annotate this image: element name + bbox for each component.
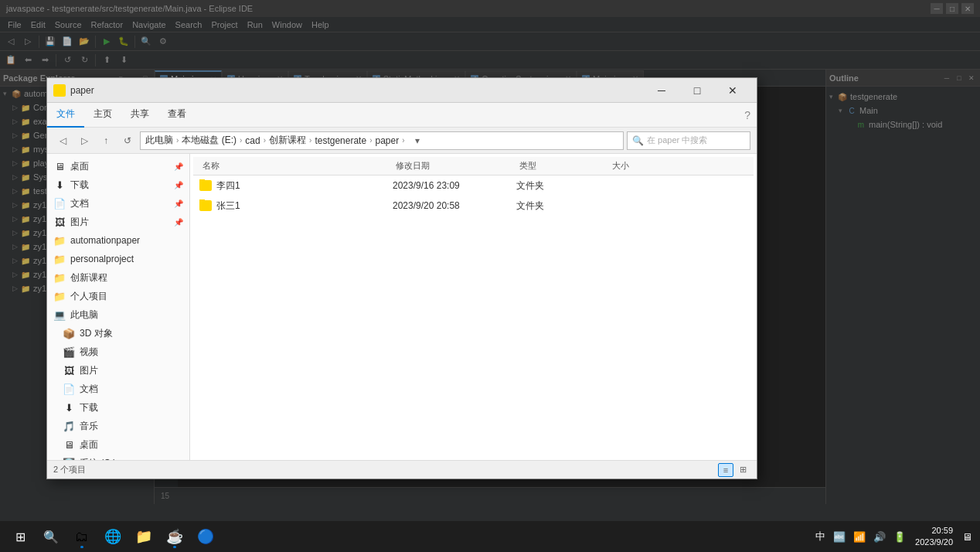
file-list-header: 名称 修改日期 类型 大小 <box>193 157 754 175</box>
file-dialog-overlay: paper ─ □ ✕ 文件 主页 共享 查看 ? ◁ ▷ <box>0 0 980 552</box>
nav-3d[interactable]: 📦 3D 对象 <box>47 324 189 342</box>
path-arrow-3: › <box>264 136 266 145</box>
taskbar-clock[interactable]: 20:59 2023/9/20 <box>912 523 956 550</box>
dialog-maximize-button[interactable]: □ <box>679 79 715 102</box>
dialog-title-bar: paper ─ □ ✕ <box>47 78 757 103</box>
pictures-icon: 🖼 <box>53 216 66 228</box>
nav-chuangxin[interactable]: 📁 创新课程 <box>47 268 189 287</box>
nav-download[interactable]: ⬇ 下载 📌 <box>47 175 189 194</box>
nav-dl2[interactable]: ⬇ 下载 <box>47 398 189 417</box>
3d-icon: 📦 <box>63 327 75 339</box>
view-large-button[interactable]: ⊞ <box>735 463 750 477</box>
file-name-lisi: 李四1 <box>199 179 393 193</box>
dialog-ribbon: 文件 主页 共享 查看 ? <box>47 103 757 128</box>
folder-icon-lisi <box>199 180 212 191</box>
nav-desktop[interactable]: 🖥 桌面 📌 <box>47 157 189 175</box>
taskbar-app-fileexplorer[interactable]: 🗂 <box>68 523 96 550</box>
dialog-title-content: paper <box>53 84 94 97</box>
ribbon-help[interactable]: ? <box>738 109 757 121</box>
nav-panel: 🖥 桌面 📌 ⬇ 下载 📌 📄 文档 📌 <box>47 154 190 460</box>
folder-icon-auto: 📁 <box>53 234 66 247</box>
folder-icon-zhangsan <box>199 200 212 211</box>
nav-personalproject[interactable]: 📁 personalproject <box>47 250 189 268</box>
dialog-title-text: paper <box>70 85 94 96</box>
pin-icon-1: 📌 <box>174 181 183 189</box>
nav-back-button[interactable]: ◁ <box>53 131 72 150</box>
desktop2-icon: 🖥 <box>63 438 75 451</box>
dialog-folder-icon <box>53 84 66 97</box>
address-path[interactable]: 此电脑 › 本地磁盘 (E:) › cad › 创新课程 › testgener… <box>140 131 624 150</box>
desktop-icon: 🖥 <box>53 160 66 172</box>
col-header-name[interactable]: 名称 <box>199 158 393 173</box>
dialog-minimize-button[interactable]: ─ <box>644 79 679 102</box>
start-button[interactable]: ⊞ <box>6 523 34 550</box>
search-icon: 🔍 <box>632 135 644 146</box>
taskbar-app-edge[interactable]: 🌐 <box>99 523 127 550</box>
sys-icon-volume[interactable]: 🔊 <box>872 530 887 544</box>
nav-pictures[interactable]: 🖼 图片 📌 <box>47 213 189 231</box>
pin-icon-0: 📌 <box>174 162 183 171</box>
nav-refresh-button[interactable]: ↺ <box>118 131 137 150</box>
taskbar-app-eclipse[interactable]: ☕ <box>161 523 189 550</box>
taskbar-app-app[interactable]: 🔵 <box>192 523 219 550</box>
col-header-type[interactable]: 类型 <box>516 158 609 173</box>
eclipse-ide: javaspace - testgenerate/src/testgenerat… <box>0 0 980 552</box>
this-pc-icon: 💻 <box>53 308 66 321</box>
nav-desktop2[interactable]: 🖥 桌面 <box>47 435 189 454</box>
sys-icon-battery[interactable]: 🔋 <box>892 530 907 544</box>
nav-up-button[interactable]: ↑ <box>97 131 115 150</box>
path-paper[interactable]: paper <box>375 135 399 146</box>
path-pc[interactable]: 此电脑 <box>145 134 173 147</box>
ribbon-tab-share[interactable]: 共享 <box>121 103 158 128</box>
dialog-item-count: 2 个项目 <box>53 464 86 475</box>
taskbar-system-area: 中 🔤 📶 🔊 🔋 20:59 2023/9/20 🖥 <box>814 523 974 550</box>
path-testgenerate[interactable]: testgenerate <box>315 135 366 146</box>
search-button[interactable]: 🔍 <box>37 523 65 550</box>
path-arrow-6: › <box>402 136 404 145</box>
nav-video[interactable]: 🎬 视频 <box>47 342 189 361</box>
search-box[interactable]: 🔍 在 paper 中搜索 <box>627 131 750 150</box>
ribbon-tab-file[interactable]: 文件 <box>47 103 84 128</box>
file-row-zhangsan[interactable]: 张三1 2023/9/20 20:58 文件夹 <box>193 196 754 216</box>
col-header-date[interactable]: 修改日期 <box>393 158 516 173</box>
address-bar: ◁ ▷ ↑ ↺ 此电脑 › 本地磁盘 (E:) › cad › 创新课程 › t… <box>47 128 757 154</box>
nav-forward-button[interactable]: ▷ <box>75 131 94 150</box>
clock-time: 20:59 <box>915 525 953 537</box>
folder-icon-chuangxin: 📁 <box>53 271 66 284</box>
path-dropdown-button[interactable]: ▾ <box>408 131 427 150</box>
path-disk-e[interactable]: 本地磁盘 (E:) <box>182 134 236 147</box>
col-header-size[interactable]: 大小 <box>609 158 671 173</box>
nav-doc2[interactable]: 📄 文档 <box>47 380 189 398</box>
nav-automationpaper[interactable]: 📁 automationpaper <box>47 231 189 250</box>
dialog-view-buttons: ≡ ⊞ <box>718 463 750 477</box>
folder-icon-geren: 📁 <box>53 290 66 302</box>
nav-geren[interactable]: 📁 个人项目 <box>47 287 189 305</box>
file-dialog: paper ─ □ ✕ 文件 主页 共享 查看 ? ◁ ▷ <box>46 77 757 479</box>
view-details-button[interactable]: ≡ <box>718 463 733 477</box>
sys-icon-kbd[interactable]: 🔤 <box>832 530 847 544</box>
nav-this-pc[interactable]: 💻 此电脑 <box>47 305 189 324</box>
nav-documents[interactable]: 📄 文档 📌 <box>47 194 189 213</box>
nav-c-drive[interactable]: 💽 系统 (C:) <box>47 454 189 460</box>
ribbon-tab-home[interactable]: 主页 <box>84 103 121 128</box>
nav-music[interactable]: 🎵 音乐 <box>47 417 189 435</box>
dialog-close-button[interactable]: ✕ <box>715 79 750 102</box>
sys-icon-notification[interactable]: 🖥 <box>961 530 974 544</box>
sys-icon-lang[interactable]: 中 <box>814 528 827 545</box>
dialog-status-bar: 2 个项目 ≡ ⊞ <box>47 460 757 479</box>
ribbon-tab-view[interactable]: 查看 <box>158 103 196 128</box>
dialog-body: 🖥 桌面 📌 ⬇ 下载 📌 📄 文档 📌 <box>47 154 757 460</box>
path-arrow-4: › <box>309 136 311 145</box>
path-arrow-1: › <box>176 136 179 145</box>
dl2-icon: ⬇ <box>63 401 75 414</box>
path-arrow-5: › <box>369 136 372 145</box>
sys-icon-network[interactable]: 📶 <box>852 530 867 544</box>
taskbar-app-files[interactable]: 📁 <box>130 523 158 550</box>
nav-pic2[interactable]: 🖼 图片 <box>47 361 189 380</box>
file-row-lisi[interactable]: 李四1 2023/9/16 23:09 文件夹 <box>193 175 754 196</box>
pin-icon-2: 📌 <box>174 199 183 208</box>
video-icon: 🎬 <box>63 346 75 358</box>
dialog-window-controls: ─ □ ✕ <box>644 79 750 102</box>
path-cad[interactable]: cad <box>245 135 260 146</box>
path-chuangxin[interactable]: 创新课程 <box>269 134 306 147</box>
